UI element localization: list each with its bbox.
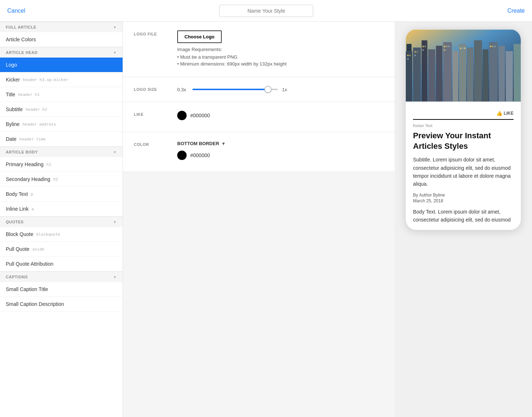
svg-rect-15: [506, 51, 513, 101]
section-label: QUOTES: [6, 220, 24, 224]
item-label: Pull Quote: [6, 246, 29, 252]
item-label: Byline: [6, 121, 20, 127]
svg-rect-18: [409, 55, 411, 56]
sidebar-item-date[interactable]: Dateheader time: [0, 132, 123, 147]
color-value: BOTTOM BORDER ▼ #000000: [177, 141, 384, 163]
sidebar-item-block-quote[interactable]: Block Quoteblockquote: [0, 227, 123, 242]
svg-rect-25: [422, 49, 424, 51]
svg-rect-13: [489, 42, 498, 101]
sidebar-item-pull-quote-attribution[interactable]: Pull Quote Attribution: [0, 257, 123, 271]
sidebar-item-small-caption-title[interactable]: Small Caption Title: [0, 282, 123, 297]
svg-rect-9: [459, 44, 466, 101]
choose-logo-button[interactable]: Choose Logo: [177, 30, 222, 43]
svg-rect-22: [414, 55, 416, 56]
chevron-icon: ▼: [113, 25, 117, 29]
sidebar-section-quotes[interactable]: QUOTES▼: [0, 216, 123, 227]
item-tag: blockquote: [36, 232, 60, 237]
logo-size-label: LOGO SIZE: [134, 86, 177, 92]
preview-subtitle: Subtitle. Lorem ipsum dolor sit amet, co…: [413, 156, 514, 188]
sidebar-item-title[interactable]: Titleheader h1: [0, 87, 123, 102]
item-tag: header h1: [18, 92, 40, 97]
svg-rect-16: [514, 44, 521, 101]
sidebar-section-captions[interactable]: CAPTIONS▼: [0, 271, 123, 282]
chevron-icon: ▼: [113, 275, 117, 279]
style-name-input[interactable]: [219, 5, 313, 17]
create-button[interactable]: Create: [507, 8, 525, 14]
logo-file-label: LOGO FILE: [134, 30, 177, 36]
border-color-row: #000000: [177, 151, 384, 160]
svg-rect-29: [444, 49, 445, 51]
sidebar-section-full-article[interactable]: FULL ARTICLE▼: [0, 22, 123, 32]
svg-rect-17: [407, 55, 409, 56]
sidebar-item-small-caption-description[interactable]: Small Caption Description: [0, 297, 123, 312]
cancel-button[interactable]: Cancel: [7, 8, 25, 14]
svg-rect-20: [414, 51, 416, 52]
slider-thumb[interactable]: [264, 86, 272, 93]
preview-date: March 25, 2018: [413, 198, 514, 203]
requirements-label: Image Requirements:: [177, 47, 222, 52]
chevron-icon: ▼: [113, 51, 117, 55]
border-color-hex: #000000: [190, 152, 210, 158]
item-label: Kicker: [6, 77, 20, 83]
phone-mockup: 👍 LIKE Kicker Text Preview Your Instant …: [405, 29, 521, 230]
svg-rect-6: [436, 46, 442, 101]
like-color-row: #000000: [177, 111, 384, 120]
like-text: LIKE: [504, 111, 514, 116]
chevron-icon: ▼: [113, 150, 117, 154]
logo-file-value: Choose Logo Image Requirements: Must be …: [177, 30, 384, 68]
phone-like-row: 👍 LIKE: [413, 108, 514, 120]
svg-rect-10: [467, 47, 473, 101]
sidebar-item-inline-link[interactable]: Inline Linka: [0, 202, 123, 216]
sidebar-section-article-head[interactable]: ARTICLE HEAD▼: [0, 47, 123, 58]
svg-rect-2: [407, 44, 412, 51]
svg-rect-14: [498, 46, 505, 101]
sidebar-item-logo[interactable]: Logo: [0, 58, 123, 72]
svg-rect-31: [462, 47, 463, 49]
preview-heading: Preview Your Instant Articles Styles: [413, 131, 514, 151]
item-tag: h1: [46, 162, 51, 167]
sidebar-item-kicker[interactable]: Kickerheader h3.op-kicker: [0, 72, 123, 87]
slider-min-label: 0.3x: [177, 87, 188, 92]
sidebar-section-article-body[interactable]: ARTICLE BODY▼: [0, 147, 123, 157]
svg-rect-23: [422, 46, 424, 47]
svg-rect-12: [483, 49, 489, 101]
svg-rect-28: [448, 46, 450, 47]
logo-size-value: 0.3x 1x: [177, 86, 384, 93]
sidebar-item-subtitle[interactable]: Subtitleheader h2: [0, 102, 123, 117]
item-label: Block Quote: [6, 231, 33, 237]
item-label: Title: [6, 92, 15, 97]
slider-container[interactable]: [192, 86, 278, 93]
kicker-text: Kicker Text: [413, 123, 514, 128]
sidebar-item-article-colors[interactable]: Article Colors: [0, 32, 123, 47]
sidebar-item-body-text[interactable]: Body Textp: [0, 187, 123, 202]
logo-size-row: LOGO SIZE 0.3x 1x: [123, 77, 395, 102]
svg-rect-32: [464, 47, 465, 49]
item-label: Body Text: [6, 191, 28, 197]
sidebar: FULL ARTICLE▼Article ColorsARTICLE HEAD▼…: [0, 22, 123, 417]
svg-rect-27: [446, 46, 447, 47]
content-area: LOGO FILE Choose Logo Image Requirements…: [123, 22, 395, 417]
svg-rect-8: [452, 51, 458, 101]
border-color-swatch[interactable]: [177, 151, 187, 160]
sidebar-item-byline[interactable]: Bylineheader address: [0, 117, 123, 132]
phone-content: 👍 LIKE Kicker Text Preview Your Instant …: [406, 102, 521, 230]
like-color-swatch[interactable]: [177, 111, 187, 120]
sidebar-item-primary-heading[interactable]: Primary Headingh1: [0, 157, 123, 172]
item-label: Inline Link: [6, 206, 29, 212]
sidebar-item-pull-quote[interactable]: Pull Quoteaside: [0, 242, 123, 257]
svg-rect-1: [406, 51, 412, 101]
phone-like-button[interactable]: 👍 LIKE: [496, 110, 514, 116]
main-layout: FULL ARTICLE▼Article ColorsARTICLE HEAD▼…: [0, 22, 532, 417]
preview-byline: By Author Byline: [413, 193, 514, 198]
bottom-border-text: BOTTOM BORDER: [177, 141, 219, 146]
logo-file-row: LOGO FILE Choose Logo Image Requirements…: [123, 22, 395, 77]
like-thumb-icon: 👍: [496, 110, 502, 116]
svg-rect-26: [444, 46, 445, 47]
sidebar-item-secondary-heading[interactable]: Secondary Headingh2: [0, 172, 123, 187]
topbar: Cancel Create: [0, 0, 532, 22]
section-label: ARTICLE BODY: [6, 150, 38, 154]
phone-image: [406, 29, 521, 102]
color-row: COLOR BOTTOM BORDER ▼ #000000: [123, 132, 395, 172]
item-label: Subtitle: [6, 106, 23, 112]
item-label: Primary Heading: [6, 161, 43, 167]
